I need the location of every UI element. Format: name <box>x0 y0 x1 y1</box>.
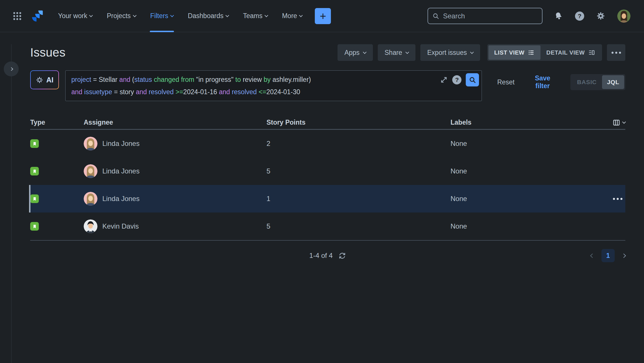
nav-label: Filters <box>150 12 168 20</box>
column-header-assignee[interactable]: Assignee <box>84 119 267 126</box>
reset-label: Reset <box>497 78 514 86</box>
row-more-button[interactable] <box>610 195 625 203</box>
page-1-button[interactable]: 1 <box>601 249 615 262</box>
issue-row[interactable]: Kevin Davis 5 None <box>30 213 625 240</box>
chevron-down-icon <box>363 50 367 54</box>
help-button[interactable]: ? <box>575 11 584 21</box>
nav-label: Dashboards <box>188 12 223 20</box>
primary-nav: Your work Projects Filters Dashboards Te… <box>57 0 303 32</box>
plus-icon: + <box>320 11 326 22</box>
assignee-avatar <box>84 219 97 233</box>
story-type-icon <box>30 222 39 231</box>
jql-token: issuetype <box>84 88 112 96</box>
search-icon <box>432 12 440 20</box>
story-type-icon <box>30 194 39 203</box>
nav-right-icons: ? <box>554 9 630 23</box>
notifications-button[interactable] <box>554 11 563 20</box>
export-label: Export issues <box>427 49 467 57</box>
labels-cell: None <box>451 140 600 148</box>
jql-line-2: and issuetype = story and resolved >=202… <box>71 86 430 98</box>
issue-row[interactable]: Linda Jones 1 None <box>30 185 625 213</box>
app-grid-icon <box>12 11 22 21</box>
basic-mode-button[interactable]: BASIC <box>572 75 602 89</box>
expand-sidebar-button[interactable] <box>4 61 19 76</box>
ai-sparkle-icon <box>36 76 43 84</box>
jql-query-input[interactable]: project = Stellar and (status changed fr… <box>65 70 482 101</box>
jql-token: and <box>119 76 130 83</box>
detail-view-button[interactable]: DETAIL VIEW <box>540 45 601 60</box>
list-view-button[interactable]: LIST VIEW <box>488 45 540 60</box>
assignee-avatar <box>84 137 97 150</box>
expand-query-button[interactable] <box>440 76 448 84</box>
app-switcher-button[interactable] <box>12 11 22 21</box>
nav-search[interactable] <box>428 8 543 24</box>
profile-avatar[interactable] <box>617 9 630 23</box>
nav-label: Your work <box>58 12 87 20</box>
apps-label: Apps <box>344 49 359 57</box>
nav-label: Projects <box>107 12 131 20</box>
nav-projects[interactable]: Projects <box>106 0 136 32</box>
question-icon: ? <box>575 11 584 21</box>
jql-token: 2024-01-30 <box>266 88 300 96</box>
jql-token: = Stellar <box>91 76 119 83</box>
chevron-down-icon <box>89 13 93 17</box>
configure-columns-button[interactable] <box>612 119 625 127</box>
export-issues-button[interactable]: Export issues <box>420 44 480 61</box>
ai-label: AI <box>46 76 53 84</box>
assignee-name: Linda Jones <box>102 167 139 175</box>
labels-cell: None <box>451 222 600 230</box>
labels-cell: None <box>451 167 600 175</box>
jql-token: status <box>134 76 152 83</box>
nav-dashboards[interactable]: Dashboards <box>187 0 229 32</box>
nav-more[interactable]: More <box>281 0 303 32</box>
issue-row[interactable]: Linda Jones 2 None <box>30 130 625 157</box>
jql-token: to <box>233 76 243 83</box>
labels-cell: None <box>451 195 600 203</box>
jql-mode-button[interactable]: JQL <box>602 75 624 89</box>
nav-your-work[interactable]: Your work <box>57 0 93 32</box>
share-button[interactable]: Share <box>378 44 415 61</box>
column-header-type[interactable]: Type <box>30 119 84 126</box>
previous-page-button[interactable] <box>591 254 594 257</box>
chevron-down-icon <box>133 13 137 17</box>
detail-view-icon <box>588 49 595 56</box>
toolbar: Apps Share Export issues LIST VIEW DETAI… <box>338 44 625 61</box>
view-switcher: LIST VIEW DETAIL VIEW <box>487 44 602 61</box>
jql-token: <= <box>257 88 266 96</box>
profile-photo <box>617 9 630 23</box>
column-header-labels[interactable]: Labels <box>451 119 600 126</box>
issue-row[interactable]: Linda Jones 5 None <box>30 157 625 185</box>
assignee-avatar <box>84 164 97 178</box>
query-mode-toggle: BASIC JQL <box>570 74 625 90</box>
create-button[interactable]: + <box>315 8 331 24</box>
jql-token: by <box>262 76 273 83</box>
nav-filters[interactable]: Filters <box>150 0 174 32</box>
apps-button[interactable]: Apps <box>338 44 373 61</box>
nav-label: Teams <box>243 12 262 20</box>
story-points-cell: 2 <box>267 140 451 148</box>
assignee-name: Linda Jones <box>102 195 139 203</box>
story-type-icon <box>30 167 39 175</box>
issues-table: Type Assignee Story Points Labels Linda … <box>30 116 625 241</box>
story-type-icon <box>30 139 39 148</box>
detail-view-label: DETAIL VIEW <box>546 49 585 56</box>
chevron-right-icon <box>9 67 13 71</box>
toolbar-more-button[interactable] <box>607 44 625 61</box>
column-header-story-points[interactable]: Story Points <box>267 119 451 126</box>
table-body: Linda Jones 2 None Linda Jones 5 None Li… <box>30 130 625 241</box>
nav-teams[interactable]: Teams <box>242 0 268 32</box>
table-header: Type Assignee Story Points Labels <box>30 116 625 130</box>
syntax-help-button[interactable]: ? <box>452 75 461 84</box>
jql-token: resolved <box>149 88 174 96</box>
nav-label: More <box>282 12 297 20</box>
next-page-button[interactable] <box>622 254 625 257</box>
settings-button[interactable] <box>596 11 605 20</box>
search-input[interactable] <box>443 12 538 20</box>
jira-logo[interactable] <box>31 9 44 23</box>
refresh-button[interactable] <box>338 252 346 260</box>
reset-button[interactable]: Reset <box>493 78 519 86</box>
jql-token: = story <box>112 88 136 96</box>
run-query-button[interactable] <box>466 73 479 86</box>
save-filter-button[interactable]: Save filter <box>524 74 561 90</box>
ai-button[interactable]: AI <box>30 70 59 89</box>
